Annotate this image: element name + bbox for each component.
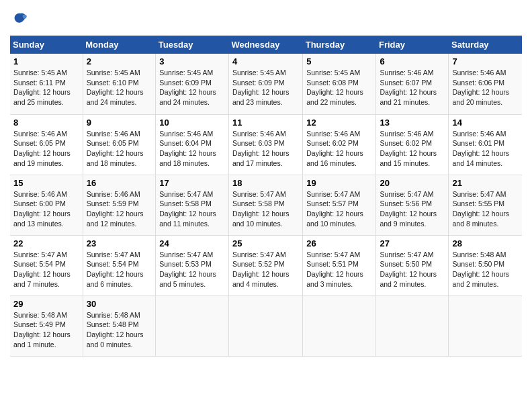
day-number: 15 xyxy=(13,178,79,188)
day-cell xyxy=(228,295,302,356)
day-cell: 19 Sunrise: 5:47 AMSunset: 5:57 PMDaylig… xyxy=(303,175,376,235)
day-number: 25 xyxy=(232,238,299,248)
day-info: Sunrise: 5:46 AMSunset: 6:00 PMDaylight:… xyxy=(13,189,79,229)
day-cell xyxy=(303,295,376,356)
day-number: 4 xyxy=(232,56,299,66)
logo-icon xyxy=(10,10,29,29)
day-info: Sunrise: 5:47 AMSunset: 5:56 PMDaylight:… xyxy=(380,189,445,229)
day-number: 17 xyxy=(159,178,225,188)
day-cell xyxy=(156,295,229,356)
day-info: Sunrise: 5:47 AMSunset: 5:57 PMDaylight:… xyxy=(306,189,372,229)
day-cell: 1 Sunrise: 5:45 AMSunset: 6:11 PMDayligh… xyxy=(10,54,83,114)
day-cell: 6 Sunrise: 5:46 AMSunset: 6:07 PMDayligh… xyxy=(376,54,449,114)
column-header-sunday: Sunday xyxy=(10,36,83,54)
day-number: 2 xyxy=(87,56,152,66)
day-info: Sunrise: 5:46 AMSunset: 6:02 PMDaylight:… xyxy=(306,129,372,169)
day-number: 6 xyxy=(380,56,445,66)
day-info: Sunrise: 5:46 AMSunset: 5:59 PMDaylight:… xyxy=(87,189,152,229)
day-info: Sunrise: 5:48 AMSunset: 5:48 PMDaylight:… xyxy=(87,310,152,350)
day-cell: 29 Sunrise: 5:48 AMSunset: 5:49 PMDaylig… xyxy=(10,295,83,356)
day-info: Sunrise: 5:47 AMSunset: 5:58 PMDaylight:… xyxy=(232,189,299,229)
day-cell: 14 Sunrise: 5:46 AMSunset: 6:01 PMDaylig… xyxy=(449,114,522,175)
day-number: 7 xyxy=(452,56,519,66)
day-number: 29 xyxy=(13,299,79,309)
day-number: 23 xyxy=(87,238,152,248)
day-number: 27 xyxy=(380,238,445,248)
day-number: 14 xyxy=(452,118,519,128)
column-header-monday: Monday xyxy=(83,36,155,54)
day-cell: 4 Sunrise: 5:45 AMSunset: 6:09 PMDayligh… xyxy=(228,54,302,114)
column-header-thursday: Thursday xyxy=(303,36,376,54)
day-number: 3 xyxy=(159,56,225,66)
day-info: Sunrise: 5:47 AMSunset: 5:58 PMDaylight:… xyxy=(159,189,225,229)
day-cell: 18 Sunrise: 5:47 AMSunset: 5:58 PMDaylig… xyxy=(228,175,302,235)
day-cell: 12 Sunrise: 5:46 AMSunset: 6:02 PMDaylig… xyxy=(303,114,376,175)
day-number: 22 xyxy=(13,238,79,248)
day-info: Sunrise: 5:47 AMSunset: 5:53 PMDaylight:… xyxy=(159,250,225,289)
day-info: Sunrise: 5:47 AMSunset: 5:54 PMDaylight:… xyxy=(87,250,152,289)
day-number: 30 xyxy=(87,299,152,309)
day-number: 26 xyxy=(306,238,372,248)
day-cell: 8 Sunrise: 5:46 AMSunset: 6:05 PMDayligh… xyxy=(10,114,83,175)
week-row-4: 22 Sunrise: 5:47 AMSunset: 5:54 PMDaylig… xyxy=(10,235,522,295)
day-info: Sunrise: 5:46 AMSunset: 6:07 PMDaylight:… xyxy=(380,68,445,107)
day-info: Sunrise: 5:46 AMSunset: 6:06 PMDaylight:… xyxy=(452,68,519,107)
day-cell: 20 Sunrise: 5:47 AMSunset: 5:56 PMDaylig… xyxy=(376,175,449,235)
day-number: 28 xyxy=(452,238,519,248)
calendar-table: SundayMondayTuesdayWednesdayThursdayFrid… xyxy=(10,36,522,357)
header-row: SundayMondayTuesdayWednesdayThursdayFrid… xyxy=(10,36,522,54)
day-info: Sunrise: 5:45 AMSunset: 6:09 PMDaylight:… xyxy=(159,68,225,107)
day-cell xyxy=(449,295,522,356)
week-row-1: 1 Sunrise: 5:45 AMSunset: 6:11 PMDayligh… xyxy=(10,54,522,114)
day-info: Sunrise: 5:45 AMSunset: 6:09 PMDaylight:… xyxy=(232,68,299,107)
day-number: 9 xyxy=(87,118,152,128)
day-info: Sunrise: 5:45 AMSunset: 6:08 PMDaylight:… xyxy=(306,68,372,107)
day-cell: 21 Sunrise: 5:47 AMSunset: 5:55 PMDaylig… xyxy=(449,175,522,235)
day-number: 18 xyxy=(232,178,299,188)
day-cell: 22 Sunrise: 5:47 AMSunset: 5:54 PMDaylig… xyxy=(10,235,83,295)
day-cell: 9 Sunrise: 5:46 AMSunset: 6:05 PMDayligh… xyxy=(83,114,155,175)
day-info: Sunrise: 5:46 AMSunset: 6:05 PMDaylight:… xyxy=(13,129,79,169)
day-number: 19 xyxy=(306,178,372,188)
day-number: 16 xyxy=(87,178,152,188)
day-info: Sunrise: 5:45 AMSunset: 6:10 PMDaylight:… xyxy=(87,68,152,107)
day-cell: 25 Sunrise: 5:47 AMSunset: 5:52 PMDaylig… xyxy=(228,235,302,295)
day-cell: 28 Sunrise: 5:48 AMSunset: 5:50 PMDaylig… xyxy=(449,235,522,295)
day-number: 11 xyxy=(232,118,299,128)
day-cell: 2 Sunrise: 5:45 AMSunset: 6:10 PMDayligh… xyxy=(83,54,155,114)
day-number: 8 xyxy=(13,118,79,128)
day-info: Sunrise: 5:47 AMSunset: 5:54 PMDaylight:… xyxy=(13,250,79,289)
page-header xyxy=(10,10,522,29)
day-info: Sunrise: 5:47 AMSunset: 5:50 PMDaylight:… xyxy=(380,250,445,289)
day-cell: 7 Sunrise: 5:46 AMSunset: 6:06 PMDayligh… xyxy=(449,54,522,114)
day-info: Sunrise: 5:46 AMSunset: 6:03 PMDaylight:… xyxy=(232,129,299,169)
day-cell: 16 Sunrise: 5:46 AMSunset: 5:59 PMDaylig… xyxy=(83,175,155,235)
column-header-friday: Friday xyxy=(376,36,449,54)
day-cell: 3 Sunrise: 5:45 AMSunset: 6:09 PMDayligh… xyxy=(156,54,229,114)
day-info: Sunrise: 5:46 AMSunset: 6:02 PMDaylight:… xyxy=(380,129,445,169)
day-cell: 13 Sunrise: 5:46 AMSunset: 6:02 PMDaylig… xyxy=(376,114,449,175)
day-info: Sunrise: 5:46 AMSunset: 6:04 PMDaylight:… xyxy=(159,129,225,169)
day-number: 13 xyxy=(380,118,445,128)
week-row-2: 8 Sunrise: 5:46 AMSunset: 6:05 PMDayligh… xyxy=(10,114,522,175)
day-number: 5 xyxy=(306,56,372,66)
day-cell xyxy=(376,295,449,356)
day-info: Sunrise: 5:47 AMSunset: 5:51 PMDaylight:… xyxy=(306,250,372,289)
column-header-wednesday: Wednesday xyxy=(228,36,302,54)
day-number: 24 xyxy=(159,238,225,248)
day-cell: 15 Sunrise: 5:46 AMSunset: 6:00 PMDaylig… xyxy=(10,175,83,235)
week-row-3: 15 Sunrise: 5:46 AMSunset: 6:00 PMDaylig… xyxy=(10,175,522,235)
week-row-5: 29 Sunrise: 5:48 AMSunset: 5:49 PMDaylig… xyxy=(10,295,522,356)
day-info: Sunrise: 5:48 AMSunset: 5:49 PMDaylight:… xyxy=(13,310,79,350)
day-info: Sunrise: 5:46 AMSunset: 6:01 PMDaylight:… xyxy=(452,129,519,169)
day-number: 10 xyxy=(159,118,225,128)
day-info: Sunrise: 5:47 AMSunset: 5:52 PMDaylight:… xyxy=(232,250,299,289)
column-header-tuesday: Tuesday xyxy=(156,36,229,54)
day-number: 1 xyxy=(13,56,79,66)
day-cell: 30 Sunrise: 5:48 AMSunset: 5:48 PMDaylig… xyxy=(83,295,155,356)
day-info: Sunrise: 5:46 AMSunset: 6:05 PMDaylight:… xyxy=(87,129,152,169)
day-cell: 17 Sunrise: 5:47 AMSunset: 5:58 PMDaylig… xyxy=(156,175,229,235)
day-info: Sunrise: 5:47 AMSunset: 5:55 PMDaylight:… xyxy=(452,189,519,229)
day-cell: 24 Sunrise: 5:47 AMSunset: 5:53 PMDaylig… xyxy=(156,235,229,295)
day-cell: 23 Sunrise: 5:47 AMSunset: 5:54 PMDaylig… xyxy=(83,235,155,295)
